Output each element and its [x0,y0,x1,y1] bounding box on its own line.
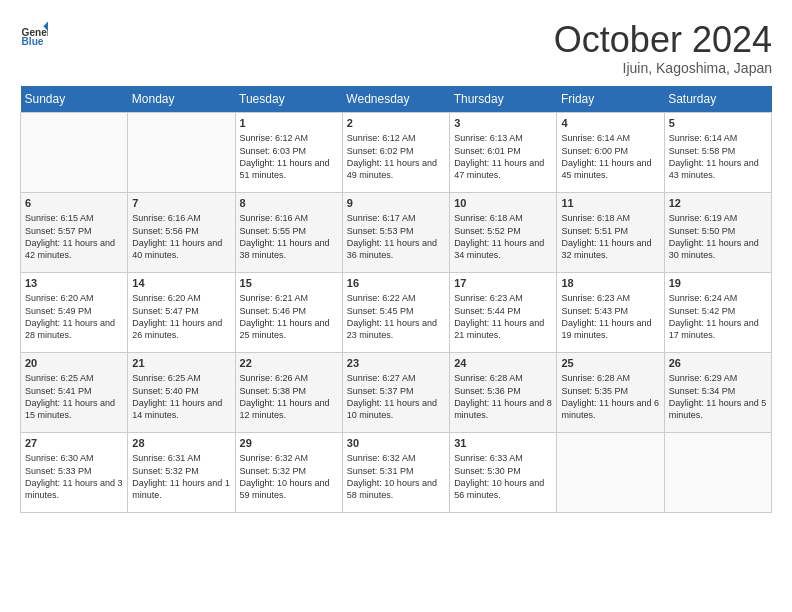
cell-info: Daylight: 11 hours and 40 minutes. [132,237,230,261]
cell-info: Daylight: 11 hours and 14 minutes. [132,397,230,421]
cell-info: Daylight: 11 hours and 36 minutes. [347,237,445,261]
cell-info: Daylight: 11 hours and 5 minutes. [669,397,767,421]
cell-info: Sunset: 5:56 PM [132,225,230,237]
cell-info: Daylight: 11 hours and 6 minutes. [561,397,659,421]
calendar-cell: 3Sunrise: 6:13 AMSunset: 6:01 PMDaylight… [450,112,557,192]
day-number: 23 [347,356,445,371]
day-number: 18 [561,276,659,291]
cell-info: Sunset: 5:52 PM [454,225,552,237]
cell-info: Sunset: 5:58 PM [669,145,767,157]
logo: General Blue [20,20,48,48]
cell-info: Daylight: 11 hours and 42 minutes. [25,237,123,261]
cell-info: Sunset: 5:50 PM [669,225,767,237]
cell-info: Sunrise: 6:20 AM [132,292,230,304]
cell-info: Sunrise: 6:16 AM [240,212,338,224]
cell-info: Sunrise: 6:24 AM [669,292,767,304]
calendar-cell: 27Sunrise: 6:30 AMSunset: 5:33 PMDayligh… [21,432,128,512]
cell-info: Sunset: 5:45 PM [347,305,445,317]
day-number: 3 [454,116,552,131]
cell-info: Sunrise: 6:30 AM [25,452,123,464]
cell-info: Daylight: 11 hours and 19 minutes. [561,317,659,341]
cell-info: Daylight: 11 hours and 23 minutes. [347,317,445,341]
calendar-cell: 20Sunrise: 6:25 AMSunset: 5:41 PMDayligh… [21,352,128,432]
calendar-cell: 15Sunrise: 6:21 AMSunset: 5:46 PMDayligh… [235,272,342,352]
cell-info: Daylight: 11 hours and 45 minutes. [561,157,659,181]
day-number: 21 [132,356,230,371]
day-number: 7 [132,196,230,211]
cell-info: Daylight: 11 hours and 49 minutes. [347,157,445,181]
cell-info: Sunset: 5:42 PM [669,305,767,317]
cell-info: Sunset: 5:55 PM [240,225,338,237]
cell-info: Sunrise: 6:18 AM [561,212,659,224]
calendar-cell: 6Sunrise: 6:15 AMSunset: 5:57 PMDaylight… [21,192,128,272]
calendar-cell: 26Sunrise: 6:29 AMSunset: 5:34 PMDayligh… [664,352,771,432]
cell-info: Sunset: 5:57 PM [25,225,123,237]
day-number: 29 [240,436,338,451]
calendar-week-row: 1Sunrise: 6:12 AMSunset: 6:03 PMDaylight… [21,112,772,192]
cell-info: Daylight: 11 hours and 34 minutes. [454,237,552,261]
calendar-week-row: 20Sunrise: 6:25 AMSunset: 5:41 PMDayligh… [21,352,772,432]
day-of-week-header: Wednesday [342,86,449,113]
day-number: 6 [25,196,123,211]
cell-info: Daylight: 11 hours and 8 minutes. [454,397,552,421]
calendar-week-row: 13Sunrise: 6:20 AMSunset: 5:49 PMDayligh… [21,272,772,352]
calendar-cell: 4Sunrise: 6:14 AMSunset: 6:00 PMDaylight… [557,112,664,192]
calendar-cell: 30Sunrise: 6:32 AMSunset: 5:31 PMDayligh… [342,432,449,512]
cell-info: Daylight: 11 hours and 12 minutes. [240,397,338,421]
cell-info: Sunrise: 6:21 AM [240,292,338,304]
day-number: 16 [347,276,445,291]
cell-info: Sunrise: 6:26 AM [240,372,338,384]
calendar-cell: 17Sunrise: 6:23 AMSunset: 5:44 PMDayligh… [450,272,557,352]
cell-info: Sunrise: 6:16 AM [132,212,230,224]
cell-info: Sunset: 6:00 PM [561,145,659,157]
day-number: 26 [669,356,767,371]
day-number: 27 [25,436,123,451]
cell-info: Sunrise: 6:22 AM [347,292,445,304]
cell-info: Daylight: 11 hours and 3 minutes. [25,477,123,501]
title-block: October 2024 Ijuin, Kagoshima, Japan [554,20,772,76]
calendar-cell: 5Sunrise: 6:14 AMSunset: 5:58 PMDaylight… [664,112,771,192]
day-of-week-header: Friday [557,86,664,113]
cell-info: Daylight: 11 hours and 10 minutes. [347,397,445,421]
calendar-cell: 13Sunrise: 6:20 AMSunset: 5:49 PMDayligh… [21,272,128,352]
logo-icon: General Blue [20,20,48,48]
cell-info: Daylight: 11 hours and 51 minutes. [240,157,338,181]
calendar-cell: 16Sunrise: 6:22 AMSunset: 5:45 PMDayligh… [342,272,449,352]
day-number: 20 [25,356,123,371]
cell-info: Sunrise: 6:13 AM [454,132,552,144]
cell-info: Sunrise: 6:25 AM [132,372,230,384]
cell-info: Daylight: 11 hours and 25 minutes. [240,317,338,341]
cell-info: Sunrise: 6:20 AM [25,292,123,304]
calendar-cell [557,432,664,512]
location-subtitle: Ijuin, Kagoshima, Japan [554,60,772,76]
calendar-cell: 7Sunrise: 6:16 AMSunset: 5:56 PMDaylight… [128,192,235,272]
cell-info: Daylight: 11 hours and 43 minutes. [669,157,767,181]
day-number: 11 [561,196,659,211]
cell-info: Daylight: 11 hours and 1 minute. [132,477,230,501]
cell-info: Sunrise: 6:18 AM [454,212,552,224]
cell-info: Sunset: 5:32 PM [240,465,338,477]
cell-info: Sunset: 5:35 PM [561,385,659,397]
cell-info: Sunrise: 6:32 AM [240,452,338,464]
day-number: 8 [240,196,338,211]
day-number: 12 [669,196,767,211]
calendar-cell: 22Sunrise: 6:26 AMSunset: 5:38 PMDayligh… [235,352,342,432]
cell-info: Sunset: 5:34 PM [669,385,767,397]
cell-info: Daylight: 11 hours and 28 minutes. [25,317,123,341]
cell-info: Sunrise: 6:14 AM [669,132,767,144]
calendar-cell: 18Sunrise: 6:23 AMSunset: 5:43 PMDayligh… [557,272,664,352]
calendar-cell: 24Sunrise: 6:28 AMSunset: 5:36 PMDayligh… [450,352,557,432]
cell-info: Sunset: 5:32 PM [132,465,230,477]
cell-info: Sunrise: 6:14 AM [561,132,659,144]
cell-info: Sunrise: 6:32 AM [347,452,445,464]
calendar-cell [128,112,235,192]
cell-info: Sunset: 5:31 PM [347,465,445,477]
cell-info: Sunrise: 6:27 AM [347,372,445,384]
day-number: 1 [240,116,338,131]
day-of-week-header: Saturday [664,86,771,113]
cell-info: Sunset: 5:41 PM [25,385,123,397]
cell-info: Daylight: 11 hours and 17 minutes. [669,317,767,341]
svg-text:Blue: Blue [22,36,44,47]
day-number: 2 [347,116,445,131]
cell-info: Sunrise: 6:31 AM [132,452,230,464]
